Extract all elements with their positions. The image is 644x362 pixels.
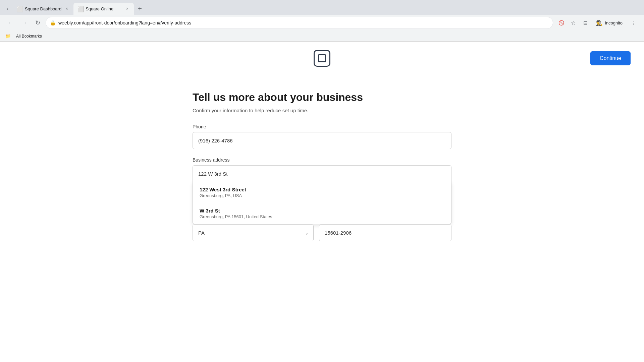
autocomplete-sub-2: Greensburg, PA 15601, United States: [200, 214, 444, 219]
phone-field-group: Phone: [193, 124, 451, 149]
tab-square-dashboard[interactable]: ⬜ Square Dashboard ×: [13, 3, 73, 15]
back-button[interactable]: ←: [5, 17, 16, 28]
zip-input[interactable]: [319, 224, 451, 241]
page-content: Continue Tell us more about your busines…: [0, 42, 644, 353]
security-icon: 🔒: [50, 20, 56, 25]
tab-nav-back[interactable]: ‹: [3, 4, 12, 13]
incognito-label: Incognito: [605, 20, 623, 25]
incognito-icon: 🕵: [596, 20, 603, 26]
business-address-input[interactable]: [193, 165, 451, 182]
form-container: Tell us more about your business Confirm…: [184, 75, 460, 265]
toolbar-right: 🚫 ☆ ⊟ 🕵 Incognito ⋮: [556, 17, 639, 28]
autocomplete-item-2[interactable]: W 3rd St Greensburg, PA 15601, United St…: [193, 203, 451, 224]
autocomplete-main-2: W 3rd St: [200, 208, 444, 214]
tab-title-2: Square Online: [86, 6, 122, 11]
reload-button[interactable]: ↻: [32, 17, 43, 28]
forward-button[interactable]: →: [19, 17, 30, 28]
tab-square-online[interactable]: ⬜ Square Online ×: [73, 3, 134, 15]
more-menu-button[interactable]: ⋮: [628, 17, 639, 28]
page-subtitle: Confirm your information to help reduce …: [193, 108, 451, 113]
tab-title-1: Square Dashboard: [25, 6, 61, 11]
business-address-field-group: Business address 122 West 3rd Street Gre…: [193, 157, 451, 241]
autocomplete-sub-1: Greensburg, PA, USA: [200, 193, 444, 198]
toolbar: ← → ↻ 🔒 🚫 ☆ ⊟ 🕵 Incognito ⋮: [0, 15, 644, 31]
autocomplete-main-1: 122 West 3rd Street: [200, 187, 444, 192]
tab-bar: ‹ ⬜ Square Dashboard × ⬜ Square Online ×…: [0, 0, 644, 15]
address-row: PA CA NY TX FL ⌄: [193, 224, 451, 241]
tab-favicon-2: ⬜: [77, 6, 83, 11]
no-image-icon-button[interactable]: 🚫: [556, 17, 567, 28]
split-screen-button[interactable]: ⊟: [580, 17, 591, 28]
phone-input[interactable]: [193, 132, 451, 149]
address-bar[interactable]: [58, 20, 549, 25]
browser-chrome: ‹ ⬜ Square Dashboard × ⬜ Square Online ×…: [0, 0, 644, 42]
business-address-label: Business address: [193, 157, 451, 163]
tabs-container: ⬜ Square Dashboard × ⬜ Square Online × +: [13, 3, 641, 15]
new-tab-button[interactable]: +: [135, 4, 145, 13]
bookmarks-all-link[interactable]: All Bookmarks: [13, 33, 45, 39]
tab-close-1[interactable]: ×: [64, 6, 69, 11]
page-header: Continue: [0, 42, 644, 75]
folder-icon: 📁: [5, 34, 11, 39]
continue-button[interactable]: Continue: [590, 51, 631, 65]
bookmark-button[interactable]: ☆: [568, 17, 579, 28]
tab-close-2[interactable]: ×: [124, 6, 130, 11]
state-select-container: PA CA NY TX FL ⌄: [193, 224, 314, 241]
phone-label: Phone: [193, 124, 451, 129]
tab-favicon-1: ⬜: [17, 6, 22, 11]
incognito-button[interactable]: 🕵 Incognito: [592, 18, 627, 27]
autocomplete-item-1[interactable]: 122 West 3rd Street Greensburg, PA, USA: [193, 182, 451, 203]
square-logo: [314, 50, 330, 67]
bookmarks-bar: 📁 All Bookmarks: [0, 31, 644, 42]
autocomplete-dropdown: 122 West 3rd Street Greensburg, PA, USA …: [193, 182, 451, 224]
address-bar-container[interactable]: 🔒: [46, 17, 553, 29]
page-title: Tell us more about your business: [193, 91, 451, 104]
state-select[interactable]: PA CA NY TX FL: [193, 224, 314, 241]
square-logo-inner: [318, 54, 326, 62]
